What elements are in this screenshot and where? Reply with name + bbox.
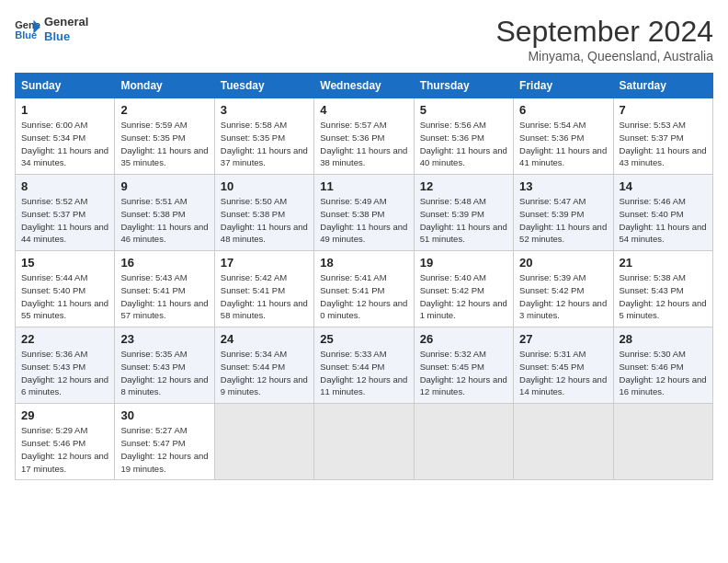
calendar-table: SundayMondayTuesdayWednesdayThursdayFrid… [15, 73, 713, 480]
day-number: 3 [221, 103, 308, 117]
day-info: Sunrise: 5:34 AM Sunset: 5:44 PM Dayligh… [221, 348, 308, 398]
calendar-week-4: 22 Sunrise: 5:36 AM Sunset: 5:43 PM Dayl… [16, 327, 713, 404]
calendar-week-2: 8 Sunrise: 5:52 AM Sunset: 5:37 PM Dayli… [16, 175, 713, 251]
day-info: Sunrise: 5:32 AM Sunset: 5:45 PM Dayligh… [420, 348, 507, 398]
calendar-cell: 11 Sunrise: 5:49 AM Sunset: 5:38 PM Dayl… [314, 175, 414, 251]
day-number: 28 [620, 332, 707, 346]
calendar-cell: 6 Sunrise: 5:54 AM Sunset: 5:36 PM Dayli… [514, 98, 613, 175]
calendar-cell: 10 Sunrise: 5:50 AM Sunset: 5:38 PM Dayl… [214, 175, 313, 251]
logo-icon: General Blue [15, 18, 40, 40]
calendar-cell: 21 Sunrise: 5:38 AM Sunset: 5:43 PM Dayl… [613, 251, 712, 327]
calendar-cell: 8 Sunrise: 5:52 AM Sunset: 5:37 PM Dayli… [16, 175, 115, 251]
day-number: 23 [120, 332, 208, 346]
calendar-cell: 13 Sunrise: 5:47 AM Sunset: 5:39 PM Dayl… [514, 175, 613, 251]
day-number: 18 [320, 256, 407, 270]
day-number: 29 [21, 408, 108, 422]
day-number: 24 [221, 332, 308, 346]
calendar-cell [214, 404, 313, 480]
calendar-cell: 7 Sunrise: 5:53 AM Sunset: 5:37 PM Dayli… [613, 98, 712, 175]
day-header-tuesday: Tuesday [214, 74, 313, 98]
page-header: General Blue General Blue September 2024… [15, 15, 713, 63]
day-info: Sunrise: 5:56 AM Sunset: 5:36 PM Dayligh… [420, 119, 507, 169]
location-subtitle: Minyama, Queensland, Australia [495, 49, 713, 63]
day-number: 15 [21, 256, 108, 270]
calendar-week-5: 29 Sunrise: 5:29 AM Sunset: 5:46 PM Dayl… [16, 404, 713, 480]
day-info: Sunrise: 5:43 AM Sunset: 5:41 PM Dayligh… [120, 271, 208, 322]
calendar-cell: 17 Sunrise: 5:42 AM Sunset: 5:41 PM Dayl… [214, 251, 313, 327]
calendar-cell: 2 Sunrise: 5:59 AM Sunset: 5:35 PM Dayli… [115, 98, 214, 175]
day-info: Sunrise: 5:46 AM Sunset: 5:40 PM Dayligh… [620, 195, 707, 246]
day-number: 2 [120, 103, 208, 117]
logo-blue: Blue [44, 29, 88, 44]
day-number: 17 [221, 256, 308, 270]
day-number: 13 [519, 179, 607, 193]
day-number: 22 [21, 332, 108, 346]
day-info: Sunrise: 5:51 AM Sunset: 5:38 PM Dayligh… [120, 195, 208, 246]
day-info: Sunrise: 5:44 AM Sunset: 5:40 PM Dayligh… [21, 271, 108, 322]
calendar-cell: 1 Sunrise: 6:00 AM Sunset: 5:34 PM Dayli… [16, 98, 115, 175]
day-info: Sunrise: 5:58 AM Sunset: 5:35 PM Dayligh… [221, 119, 308, 169]
calendar-header: SundayMondayTuesdayWednesdayThursdayFrid… [16, 74, 713, 98]
calendar-cell: 4 Sunrise: 5:57 AM Sunset: 5:36 PM Dayli… [314, 98, 414, 175]
calendar-week-3: 15 Sunrise: 5:44 AM Sunset: 5:40 PM Dayl… [16, 251, 713, 327]
calendar-cell: 29 Sunrise: 5:29 AM Sunset: 5:46 PM Dayl… [16, 404, 115, 480]
calendar-cell: 22 Sunrise: 5:36 AM Sunset: 5:43 PM Dayl… [16, 327, 115, 404]
calendar-cell [414, 404, 513, 480]
calendar-cell: 30 Sunrise: 5:27 AM Sunset: 5:47 PM Dayl… [115, 404, 214, 480]
day-number: 8 [21, 179, 108, 193]
day-header-friday: Friday [514, 74, 613, 98]
day-info: Sunrise: 5:52 AM Sunset: 5:37 PM Dayligh… [21, 195, 108, 246]
day-number: 6 [519, 103, 607, 117]
day-number: 7 [620, 103, 707, 117]
calendar-cell: 26 Sunrise: 5:32 AM Sunset: 5:45 PM Dayl… [414, 327, 513, 404]
day-info: Sunrise: 6:00 AM Sunset: 5:34 PM Dayligh… [21, 119, 108, 169]
calendar-week-1: 1 Sunrise: 6:00 AM Sunset: 5:34 PM Dayli… [16, 98, 713, 175]
day-info: Sunrise: 5:53 AM Sunset: 5:37 PM Dayligh… [620, 119, 707, 169]
day-number: 25 [320, 332, 407, 346]
calendar-cell [613, 404, 712, 480]
day-number: 20 [519, 256, 607, 270]
calendar-cell: 14 Sunrise: 5:46 AM Sunset: 5:40 PM Dayl… [613, 175, 712, 251]
calendar-cell: 12 Sunrise: 5:48 AM Sunset: 5:39 PM Dayl… [414, 175, 513, 251]
day-info: Sunrise: 5:33 AM Sunset: 5:44 PM Dayligh… [320, 348, 407, 398]
day-header-wednesday: Wednesday [314, 74, 414, 98]
calendar-cell [514, 404, 613, 480]
day-info: Sunrise: 5:35 AM Sunset: 5:43 PM Dayligh… [120, 348, 208, 398]
day-info: Sunrise: 5:59 AM Sunset: 5:35 PM Dayligh… [120, 119, 208, 169]
day-number: 10 [221, 179, 308, 193]
day-number: 30 [120, 408, 208, 422]
day-number: 11 [320, 179, 407, 193]
calendar-cell: 9 Sunrise: 5:51 AM Sunset: 5:38 PM Dayli… [115, 175, 214, 251]
day-info: Sunrise: 5:36 AM Sunset: 5:43 PM Dayligh… [21, 348, 108, 398]
month-title: September 2024 [495, 15, 713, 49]
day-info: Sunrise: 5:31 AM Sunset: 5:45 PM Dayligh… [519, 348, 607, 398]
day-info: Sunrise: 5:29 AM Sunset: 5:46 PM Dayligh… [21, 424, 108, 475]
calendar-cell [314, 404, 414, 480]
day-info: Sunrise: 5:39 AM Sunset: 5:42 PM Dayligh… [519, 271, 607, 322]
day-info: Sunrise: 5:27 AM Sunset: 5:47 PM Dayligh… [120, 424, 208, 475]
calendar-cell: 23 Sunrise: 5:35 AM Sunset: 5:43 PM Dayl… [115, 327, 214, 404]
day-info: Sunrise: 5:38 AM Sunset: 5:43 PM Dayligh… [620, 271, 707, 322]
day-number: 16 [120, 256, 208, 270]
calendar-cell: 16 Sunrise: 5:43 AM Sunset: 5:41 PM Dayl… [115, 251, 214, 327]
day-info: Sunrise: 5:57 AM Sunset: 5:36 PM Dayligh… [320, 119, 407, 169]
logo: General Blue General Blue [15, 15, 88, 43]
day-number: 12 [420, 179, 507, 193]
calendar-cell: 28 Sunrise: 5:30 AM Sunset: 5:46 PM Dayl… [613, 327, 712, 404]
calendar-cell: 20 Sunrise: 5:39 AM Sunset: 5:42 PM Dayl… [514, 251, 613, 327]
day-number: 14 [620, 179, 707, 193]
day-header-saturday: Saturday [613, 74, 712, 98]
day-info: Sunrise: 5:30 AM Sunset: 5:46 PM Dayligh… [620, 348, 707, 398]
day-number: 19 [420, 256, 507, 270]
day-number: 4 [320, 103, 407, 117]
calendar-cell: 18 Sunrise: 5:41 AM Sunset: 5:41 PM Dayl… [314, 251, 414, 327]
day-number: 9 [120, 179, 208, 193]
day-number: 21 [620, 256, 707, 270]
day-info: Sunrise: 5:50 AM Sunset: 5:38 PM Dayligh… [221, 195, 308, 246]
calendar-cell: 25 Sunrise: 5:33 AM Sunset: 5:44 PM Dayl… [314, 327, 414, 404]
day-number: 27 [519, 332, 607, 346]
day-header-sunday: Sunday [16, 74, 115, 98]
day-number: 26 [420, 332, 507, 346]
day-info: Sunrise: 5:40 AM Sunset: 5:42 PM Dayligh… [420, 271, 507, 322]
day-header-monday: Monday [115, 74, 214, 98]
